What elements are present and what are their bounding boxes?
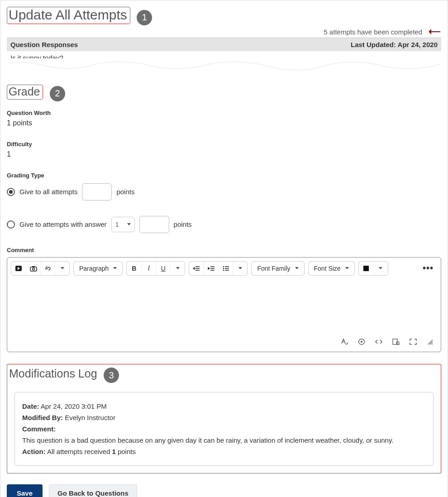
color-dropdown[interactable] [373, 262, 388, 275]
page-title: Update All Attempts [9, 7, 127, 23]
question-responses-label: Question Responses [10, 41, 78, 48]
difficulty-label: Difficulty [7, 141, 441, 148]
accessibility-icon[interactable] [357, 338, 366, 347]
camera-icon[interactable] [26, 262, 40, 275]
callout-2: 2 [50, 86, 65, 101]
chevron-down-icon [127, 223, 131, 225]
spellcheck-icon[interactable] [340, 338, 348, 347]
log-action-label: Action: [22, 448, 46, 455]
code-icon[interactable] [375, 338, 383, 347]
svg-point-5 [223, 266, 224, 267]
log-action-bold: 1 [112, 448, 115, 455]
points-all-input[interactable] [82, 183, 112, 201]
outdent-button[interactable] [189, 262, 204, 275]
log-date-label: Date: [22, 402, 39, 410]
resize-icon[interactable] [426, 338, 434, 347]
points-suffix-all: points [116, 188, 134, 196]
svg-point-7 [223, 269, 224, 271]
log-action-prefix: All attempts received [47, 448, 112, 455]
paragraph-select[interactable]: Paragraph [73, 261, 123, 276]
font-size-label: Font Size [314, 265, 341, 272]
radio-give-answer[interactable] [7, 220, 15, 229]
preview-icon[interactable] [392, 338, 400, 347]
list-button[interactable] [218, 262, 233, 275]
underline-button[interactable]: U [156, 262, 170, 275]
log-comment-value: This question is a bad question because … [22, 436, 426, 444]
italic-button[interactable]: I [141, 262, 156, 275]
go-back-button[interactable]: Go Back to Questions [49, 484, 137, 497]
callout-1: 1 [137, 10, 152, 25]
radio-give-all-label: Give to all attempts [19, 188, 77, 196]
comment-label: Comment [7, 247, 441, 253]
chevron-down-icon [345, 267, 349, 269]
list-dropdown[interactable] [233, 262, 247, 275]
fullscreen-icon[interactable] [409, 338, 417, 347]
svg-rect-2 [30, 267, 37, 271]
font-family-label: Font Family [257, 265, 290, 272]
last-updated-label: Last Updated: Apr 24, 2020 [351, 41, 438, 48]
modifications-log-heading: Modifications Log [9, 367, 97, 380]
arrow-left-icon [426, 29, 440, 34]
svg-rect-3 [32, 266, 35, 268]
grade-heading: Grade [9, 85, 40, 98]
chevron-down-icon [113, 267, 117, 269]
bold-button[interactable]: B [127, 262, 141, 275]
log-modifiedby-value: Evelyn Instructor [65, 414, 115, 421]
svg-point-8 [361, 341, 362, 343]
answer-select-value: 1 [115, 220, 119, 228]
more-toolbar-button[interactable]: ••• [423, 263, 437, 273]
paragraph-select-label: Paragraph [79, 265, 109, 272]
svg-point-6 [223, 268, 224, 269]
attempts-completed-text: 5 attempts have been completed [324, 28, 422, 36]
log-comment-label: Comment: [22, 425, 56, 433]
media-play-icon[interactable] [11, 262, 26, 275]
svg-point-4 [32, 268, 34, 270]
font-family-select[interactable]: Font Family [251, 261, 304, 276]
indent-button[interactable] [204, 262, 218, 275]
points-suffix-answer: points [174, 220, 192, 228]
color-button[interactable] [359, 262, 373, 275]
media-dropdown[interactable] [55, 262, 69, 275]
callout-3: 3 [104, 368, 119, 383]
comment-editor: Paragraph B I U [7, 257, 441, 352]
link-icon[interactable] [40, 262, 55, 275]
question-worth-label: Question Worth [7, 110, 441, 116]
font-size-select[interactable]: Font Size [308, 261, 355, 276]
log-modifiedby-label: Modified By: [22, 414, 63, 421]
save-button[interactable]: Save [7, 484, 43, 497]
answer-select[interactable]: 1 [111, 217, 135, 232]
comment-textarea[interactable] [7, 279, 441, 334]
radio-give-all[interactable] [7, 188, 15, 196]
format-dropdown[interactable] [170, 262, 185, 275]
question-worth-value: 1 points [7, 119, 441, 127]
grading-type-label: Grading Type [7, 172, 441, 179]
torn-edge [7, 58, 441, 72]
log-date-value: Apr 24, 2020 3:01 PM [41, 402, 107, 410]
points-answer-input[interactable] [139, 216, 169, 233]
difficulty-value: 1 [7, 150, 441, 158]
modification-entry: Date: Apr 24, 2020 3:01 PM Modified By: … [14, 392, 434, 466]
log-action-suffix: points [116, 448, 136, 455]
radio-give-answer-label: Give to attempts with answer [19, 220, 107, 228]
chevron-down-icon [295, 267, 299, 269]
